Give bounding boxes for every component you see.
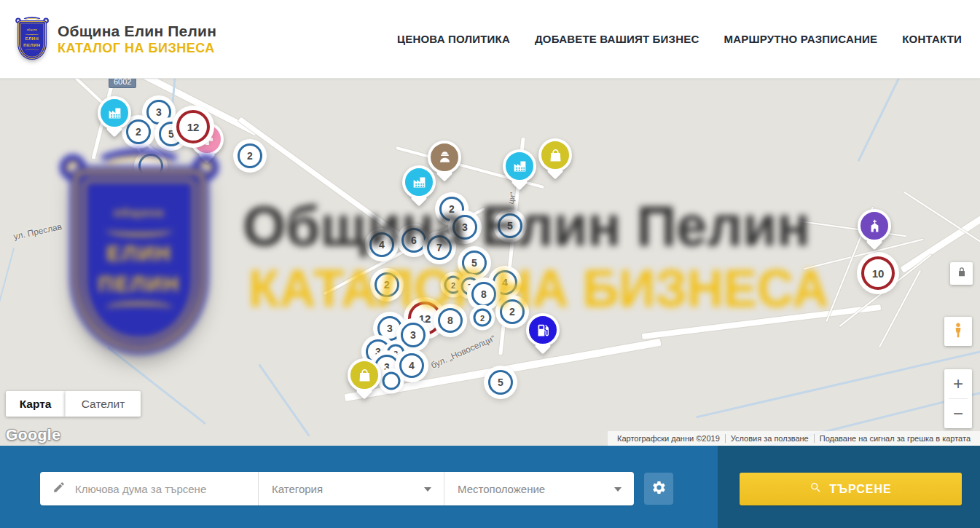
cluster-marker[interactable]: 4 [493, 270, 517, 295]
cluster-marker[interactable]: 2 [500, 299, 525, 324]
cluster-marker[interactable]: 3 [452, 215, 477, 240]
map-attribution: Картографски данни ©2019 Условия за полз… [608, 431, 980, 446]
brand-title: Община Елин Пелин [58, 23, 216, 40]
cluster-marker[interactable]: 5 [462, 251, 487, 275]
category-pin[interactable] [503, 149, 536, 183]
page: община ЕЛИН ПЕЛИН Община Елин Пелин КАТА… [0, 0, 980, 528]
map-type-map-button[interactable]: Карта [6, 391, 65, 417]
cluster-marker[interactable] [383, 372, 401, 390]
cluster-marker[interactable]: 6 [401, 228, 426, 253]
shopping-bag-icon [538, 138, 572, 172]
shopping-bag-icon [348, 358, 381, 392]
category-pin[interactable] [402, 165, 436, 199]
cluster-marker[interactable]: 2 [238, 143, 262, 168]
street-view-pegman-button[interactable] [944, 317, 972, 346]
caret-down-icon [614, 487, 622, 492]
pegman-icon [950, 321, 966, 342]
crest-shield: община ЕЛИН ПЕЛИН [18, 21, 45, 59]
gear-icon [651, 480, 667, 497]
crest-top-text: община [27, 28, 38, 31]
category-select-value: Категория [272, 483, 323, 495]
map-canvas[interactable]: 6002 ул. Преслав бул. „Новоселци“ ци“ 32… [0, 79, 980, 446]
search-bar: Категория Местоположение ТЪРСЕНЕ [0, 446, 980, 528]
search-icon [810, 481, 822, 497]
attribution-terms-link[interactable]: Условия за ползване [725, 434, 814, 443]
lock-control-button[interactable] [950, 262, 973, 285]
nav-item-add-business[interactable]: ДОБАВЕТЕ ВАШИЯТ БИЗНЕС [535, 33, 699, 45]
caret-down-icon [424, 487, 431, 492]
cluster-marker[interactable]: 8 [438, 308, 463, 333]
cluster-marker[interactable]: 12 [176, 110, 210, 143]
nav-item-route-schedule[interactable]: МАРШРУТНО РАЗПИСАНИЕ [724, 33, 877, 45]
cluster-marker[interactable]: 8 [471, 282, 496, 307]
map-type-satellite-button[interactable]: Сателит [65, 391, 141, 417]
cluster-marker[interactable]: 3 [401, 323, 426, 347]
crest-ornament-bottom [25, 49, 39, 51]
keyword-field-section [40, 472, 259, 505]
cluster-marker[interactable]: 2 [474, 309, 492, 327]
cluster-marker[interactable]: 2 [375, 272, 399, 297]
cluster-marker[interactable]: 5 [488, 370, 513, 395]
cluster-marker[interactable]: 2 [444, 276, 463, 294]
category-pin[interactable] [538, 138, 572, 172]
crest-graphic: община ЕЛИН ПЕЛИН [16, 18, 48, 59]
cluster-marker[interactable]: 4 [399, 353, 424, 378]
header: община ЕЛИН ПЕЛИН Община Елин Пелин КАТА… [0, 0, 980, 79]
crest-name-line2: ПЕЛИН [23, 42, 41, 47]
church-icon [858, 209, 891, 243]
advanced-search-button[interactable] [644, 473, 673, 505]
keyword-search-input[interactable] [75, 483, 258, 495]
main-nav: ЦЕНОВА ПОЛИТИКА ДОБАВЕТЕ ВАШИЯТ БИЗНЕС М… [397, 33, 962, 45]
search-submit-button[interactable]: ТЪРСЕНЕ [740, 473, 962, 505]
category-select[interactable]: Категория [259, 472, 444, 505]
zoom-control: + − [944, 369, 972, 428]
location-select-value: Местоположение [458, 483, 545, 495]
cluster-marker[interactable]: 5 [498, 213, 522, 238]
map-type-control: Карта Сателит [6, 391, 141, 417]
cluster-marker[interactable] [138, 154, 163, 178]
lock-icon [956, 267, 968, 280]
attribution-report-error-link[interactable]: Подаване на сигнал за грешка в картата [814, 434, 976, 443]
factory-icon [402, 165, 436, 199]
cluster-marker[interactable]: 3 [146, 100, 171, 125]
cluster-marker[interactable]: 4 [369, 232, 394, 257]
location-select[interactable]: Местоположение [444, 472, 634, 505]
nav-item-contacts[interactable]: КОНТАКТИ [902, 33, 962, 45]
search-field-group: Категория Местоположение [40, 472, 634, 505]
search-button-label: ТЪРСЕНЕ [829, 483, 891, 496]
nav-item-pricing[interactable]: ЦЕНОВА ПОЛИТИКА [397, 33, 510, 45]
crest-name-line1: ЕЛИН [26, 36, 39, 41]
zoom-in-button[interactable]: + [944, 369, 972, 398]
category-pin[interactable] [526, 313, 560, 347]
attribution-copyright: Картографски данни ©2019 [612, 434, 725, 443]
cluster-marker[interactable]: 10 [861, 256, 895, 290]
markers-layer: 32512223564752274822128333834510 [0, 79, 980, 446]
category-pin[interactable] [858, 209, 891, 243]
category-pin[interactable] [348, 358, 381, 392]
category-pin[interactable] [98, 96, 131, 130]
brand-logo-link[interactable]: община ЕЛИН ПЕЛИН Община Елин Пелин КАТА… [16, 18, 216, 60]
municipality-crest-logo: община ЕЛИН ПЕЛИН [16, 18, 49, 60]
crest-ornament-top [25, 32, 39, 34]
google-logo[interactable]: Google [6, 426, 60, 444]
cluster-marker[interactable]: 3 [377, 316, 402, 341]
cluster-marker[interactable]: 7 [427, 235, 452, 260]
brand-text: Община Елин Пелин КАТАЛОГ НА БИЗНЕСА [58, 23, 216, 56]
brand-subtitle: КАТАЛОГ НА БИЗНЕСА [58, 41, 216, 56]
pencil-icon [52, 481, 66, 497]
zoom-out-button[interactable]: − [944, 399, 972, 428]
fuel-icon [526, 313, 560, 347]
factory-icon [98, 96, 131, 130]
factory-icon [503, 149, 536, 183]
